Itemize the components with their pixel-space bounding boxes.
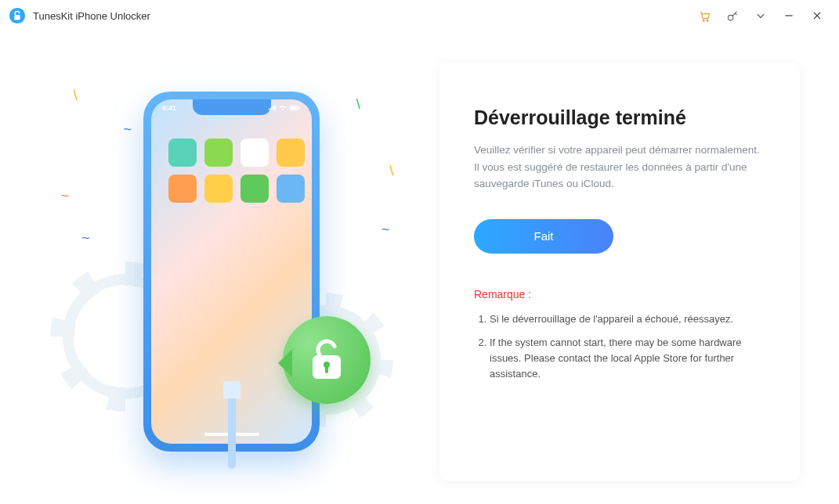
app-grid [168,139,305,203]
panel-heading: Déverrouillage terminé [474,106,765,129]
result-panel: Déverrouillage terminé Veuillez vérifier… [439,63,800,481]
app-logo-icon [8,6,27,25]
cable-illustration [222,381,242,475]
close-button[interactable] [803,2,831,30]
panel-description: Veuillez vérifier si votre appareil peut… [474,142,765,193]
svg-rect-7 [298,106,300,109]
status-indicators [268,104,301,112]
phone-statusbar: 9:41 [162,104,301,112]
titlebar: TunesKit iPhone Unlocker [0,0,839,31]
note-heading: Remarque : [474,288,765,301]
phone-mockup: 9:41 [143,92,320,452]
app-title: TunesKit iPhone Unlocker [33,10,150,22]
minimize-button[interactable] [775,2,803,30]
note-list: Si le déverrouillage de l'appareil a éch… [474,311,765,383]
cart-icon[interactable] [690,2,718,30]
done-button[interactable]: Fait [474,219,613,254]
unlock-success-icon [283,316,371,404]
note-item: If the system cannot start, there may be… [490,335,765,382]
svg-rect-1 [14,15,20,20]
svg-rect-10 [325,366,328,373]
svg-rect-6 [291,106,298,110]
svg-point-2 [703,20,704,21]
main-content: \ ~ \ \ ~ ~ ~ 9:41 [0,31,839,504]
dropdown-icon[interactable] [747,2,775,30]
svg-point-3 [707,20,708,21]
key-icon[interactable] [718,2,747,30]
phone-illustration: \ ~ \ \ ~ ~ ~ 9:41 [24,63,439,481]
note-item: Si le déverrouillage de l'appareil a éch… [490,311,765,327]
phone-clock: 9:41 [162,104,176,112]
